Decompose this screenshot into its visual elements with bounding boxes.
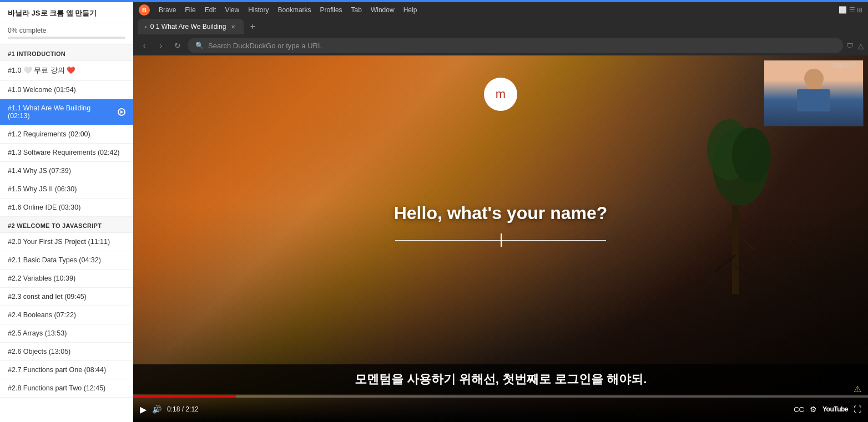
shield-icon: 🛡 xyxy=(846,42,854,50)
webcam-overlay: 다음에 시... xyxy=(764,60,864,126)
progress-label: 0% complete xyxy=(0,23,133,45)
browser-nav-right: 🛡 △ xyxy=(846,42,864,50)
tab-dot: ● xyxy=(144,24,147,29)
browser-area: Brave File Edit View History Bookmarks P… xyxy=(133,2,868,422)
browser-chrome: Brave File Edit View History Bookmarks P… xyxy=(133,2,868,55)
subtitle-text: 모멘텀을 사용하기 위해선, 첫번째로 로그인을 해야되. xyxy=(355,372,647,386)
lesson-item-1-3-sw[interactable]: #1.3 Software Requirements (02:42) xyxy=(0,144,133,162)
tab-bar: ● 0 1 What Are We Building ✕ + xyxy=(133,18,868,35)
webcam-head xyxy=(804,69,824,88)
video-container: m Hello, what's your name? 모멘텀을 사용하기 위해선… xyxy=(133,55,868,422)
active-tab[interactable]: ● 0 1 What Are We Building ✕ xyxy=(138,19,244,34)
tab-close-button[interactable]: ✕ xyxy=(229,23,237,30)
menu-bookmarks[interactable]: Bookmarks xyxy=(278,6,311,14)
lesson-item-2-3-const[interactable]: #2.3 const and let (09:45) xyxy=(0,288,133,306)
lesson-item-1-5-why2[interactable]: #1.5 Why JS II (06:30) xyxy=(0,180,133,199)
video-input-line xyxy=(395,240,606,241)
video-cursor xyxy=(501,233,502,247)
webcam-body xyxy=(797,89,830,111)
lesson-item-1-6-ide[interactable]: #1.6 Online IDE (03:30) xyxy=(0,199,133,217)
menu-brave[interactable]: Brave xyxy=(159,6,176,14)
warning-icon: ⚠ xyxy=(854,384,861,394)
lesson-item-2-8-func2[interactable]: #2.8 Functions part Two (12:45) xyxy=(0,379,133,398)
brave-rewards-icon: △ xyxy=(858,42,864,50)
lesson-item-1-2-req[interactable]: #1.2 Requirements (02:00) xyxy=(0,125,133,144)
time-display: 0:18 / 2:12 xyxy=(167,405,199,413)
volume-button[interactable]: 🔊 xyxy=(152,405,162,414)
lesson-item-2-2-vars[interactable]: #2.2 Variables (10:39) xyxy=(0,270,133,288)
address-bar[interactable]: 🔍 Search DuckDuckGo or type a URL xyxy=(188,38,843,53)
window-icons: ⬜ ☰ ⊞ xyxy=(839,6,862,14)
menu-window[interactable]: Window xyxy=(371,6,395,14)
menu-edit[interactable]: Edit xyxy=(205,6,216,14)
menu-tab[interactable]: Tab xyxy=(351,6,362,14)
lesson-item-2-6-objects[interactable]: #2.6 Objects (13:05) xyxy=(0,343,133,361)
lesson-item-2-7-func1[interactable]: #2.7 Functions part One (08:44) xyxy=(0,361,133,379)
play-icon xyxy=(118,108,125,116)
reload-button[interactable]: ↻ xyxy=(171,39,184,52)
menu-file[interactable]: File xyxy=(185,6,195,14)
webcam-label: 다음에 시... xyxy=(832,62,861,69)
lesson-item-2-5-arrays[interactable]: #2.5 Arrays (13:53) xyxy=(0,324,133,343)
search-icon: 🔍 xyxy=(195,42,204,49)
brave-logo-icon xyxy=(139,4,150,16)
settings-button[interactable]: ⚙ xyxy=(810,405,817,414)
window-controls: ⬜ ☰ ⊞ xyxy=(839,6,862,14)
lesson-item-1-0-welcome[interactable]: #1.0 Welcome (01:54) xyxy=(0,81,133,99)
lesson-item-2-1-types[interactable]: #2.1 Basic Data Types (04:32) xyxy=(0,251,133,270)
play-pause-button[interactable]: ▶ xyxy=(140,404,147,415)
lesson-item-1-4-why[interactable]: #1.4 Why JS (07:39) xyxy=(0,162,133,180)
menu-view[interactable]: View xyxy=(225,6,239,14)
lesson-item-1-1-what[interactable]: #1.1 What Are We Building (02:13) xyxy=(0,99,133,125)
forward-button[interactable]: › xyxy=(154,39,168,52)
menu-profiles[interactable]: Profiles xyxy=(320,6,342,14)
subtitle-bar: 모멘텀을 사용하기 위해선, 첫번째로 로그인을 해야되. xyxy=(133,364,868,394)
youtube-logo: YouTube xyxy=(822,405,848,413)
lesson-item-2-0-first[interactable]: #2.0 Your First JS Project (11:11) xyxy=(0,233,133,251)
sidebar-scroll[interactable]: #1 INTRODUCTION #1.0 🤍 무료 강의 ❤️ #1.0 Wel… xyxy=(0,45,133,422)
new-tab-button[interactable]: + xyxy=(246,20,259,33)
menu-history[interactable]: History xyxy=(248,6,269,14)
fullscreen-button[interactable]: ⛶ xyxy=(854,405,861,414)
browser-menu-bar: Brave File Edit View History Bookmarks P… xyxy=(133,2,868,18)
section-header-js: #2 WELCOME TO JAVASCRIPT xyxy=(0,217,133,233)
browser-nav: ‹ › ↻ 🔍 Search DuckDuckGo or type a URL … xyxy=(133,35,868,55)
progress-bar xyxy=(8,37,125,39)
back-button[interactable]: ‹ xyxy=(138,39,151,52)
section-header-intro: #1 INTRODUCTION xyxy=(0,45,133,61)
course-title: 바닐라 JS로 크롬 앱 만들기 xyxy=(0,2,133,23)
video-question: Hello, what's your name? xyxy=(394,203,608,223)
lesson-item-2-4-bool[interactable]: #2.4 Booleans (07:22) xyxy=(0,306,133,324)
address-text: Search DuckDuckGo or type a URL xyxy=(208,42,322,50)
menu-help[interactable]: Help xyxy=(403,6,417,14)
lesson-item-1-0-free[interactable]: #1.0 🤍 무료 강의 ❤️ xyxy=(0,61,133,81)
sidebar: 바닐라 JS로 크롬 앱 만들기 0% complete #1 INTRODUC… xyxy=(0,2,133,422)
tab-label: 0 1 What Are We Building xyxy=(150,23,226,30)
webcam-person xyxy=(764,60,863,126)
subtitles-button[interactable]: CC xyxy=(794,405,804,414)
video-controls-right: CC ⚙ YouTube ⛶ xyxy=(794,405,861,414)
video-controls: ▶ 🔊 0:18 / 2:12 CC ⚙ YouTube ⛶ xyxy=(133,396,868,422)
